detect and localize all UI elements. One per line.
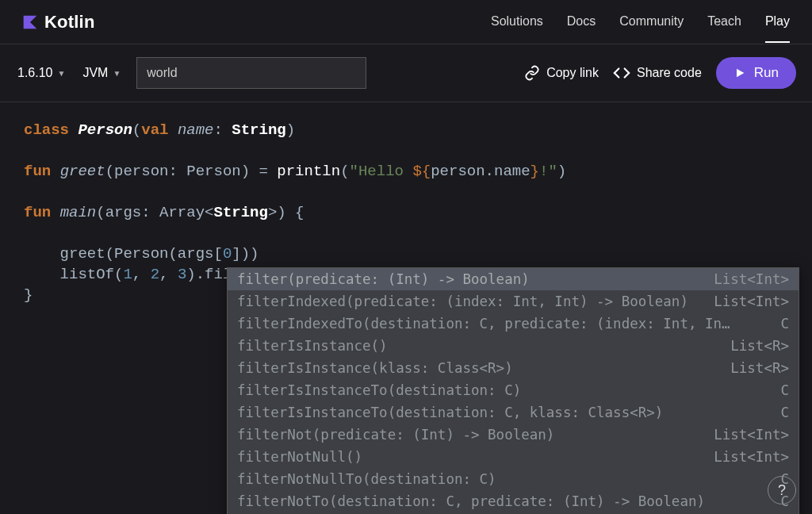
help-button[interactable]: ? <box>768 476 796 504</box>
autocomplete-signature: filterNot(predicate: (Int) -> Boolean) <box>237 424 707 445</box>
code-line <box>24 140 788 161</box>
autocomplete-return-type: C <box>780 380 789 401</box>
program-args-input[interactable] <box>136 57 366 89</box>
code-line: fun main(args: Array<String>) { <box>24 202 788 223</box>
link-icon <box>524 65 540 81</box>
code-editor[interactable]: class Person(val name: String) fun greet… <box>0 102 812 323</box>
autocomplete-signature: filterIsInstanceTo(destination: C, klass… <box>237 402 774 423</box>
copy-link-label: Copy link <box>546 66 599 80</box>
autocomplete-item[interactable]: filterNotTo(destination: C, predicate: (… <box>228 490 799 512</box>
autocomplete-signature: filterIndexedTo(destination: C, predicat… <box>237 313 774 334</box>
autocomplete-item[interactable]: filterIsInstance()List<R> <box>228 335 799 357</box>
chevron-down-icon: ▼ <box>113 69 121 78</box>
version-label: 1.6.10 <box>17 66 52 80</box>
question-icon: ? <box>778 482 786 499</box>
autocomplete-signature: filterIsInstanceTo(destination: C) <box>237 380 774 401</box>
share-code-button[interactable]: Share code <box>613 64 702 82</box>
brand-name: Kotlin <box>44 12 95 33</box>
autocomplete-signature: filterNotTo(destination: C, predicate: (… <box>237 491 774 512</box>
autocomplete-item[interactable]: filter(predicate: (Int) -> Boolean)List<… <box>228 268 799 290</box>
autocomplete-signature: filterIsInstance(klass: Class<R>) <box>237 358 724 378</box>
target-dropdown[interactable]: JVM ▼ <box>81 63 122 83</box>
run-button[interactable]: Run <box>716 57 796 89</box>
nav-item-play[interactable]: Play <box>765 2 790 43</box>
run-label: Run <box>754 65 779 81</box>
code-line: fun greet(person: Person) = println("Hel… <box>24 161 788 182</box>
nav-item-community[interactable]: Community <box>619 2 684 43</box>
top-header: Kotlin SolutionsDocsCommunityTeachPlay <box>0 0 812 44</box>
code-line: greet(Person(args[0])) <box>24 244 788 264</box>
code-line <box>24 223 788 244</box>
autocomplete-return-type: List<R> <box>730 358 789 378</box>
nav-item-teach[interactable]: Teach <box>707 2 741 43</box>
autocomplete-signature: filterIndexed(predicate: (index: Int, In… <box>237 291 707 312</box>
nav-item-docs[interactable]: Docs <box>567 2 596 43</box>
autocomplete-popup: filter(predicate: (Int) -> Boolean)List<… <box>227 267 799 514</box>
logo[interactable]: Kotlin <box>22 12 95 33</box>
autocomplete-return-type: List<Int> <box>714 447 789 467</box>
autocomplete-item[interactable]: filterIsInstance(klass: Class<R>)List<R> <box>228 357 799 379</box>
code-line <box>24 182 788 202</box>
chevron-down-icon: ▼ <box>57 69 65 78</box>
autocomplete-item[interactable]: filterIsInstanceTo(destination: C)C <box>228 379 799 401</box>
autocomplete-return-type: List<R> <box>730 336 789 356</box>
autocomplete-signature: filterNotNullTo(destination: C) <box>237 469 774 489</box>
main-nav: SolutionsDocsCommunityTeachPlay <box>491 2 790 43</box>
autocomplete-item[interactable]: filterNotNullTo(destination: C)C <box>228 468 799 490</box>
play-icon <box>733 67 746 79</box>
autocomplete-return-type: C <box>780 313 789 334</box>
version-dropdown[interactable]: 1.6.10 ▼ <box>16 63 67 83</box>
nav-item-solutions[interactable]: Solutions <box>491 2 543 43</box>
autocomplete-signature: filterNotNull() <box>237 447 707 467</box>
target-label: JVM <box>82 66 108 80</box>
autocomplete-signature: filterIsInstance() <box>237 336 724 356</box>
share-code-label: Share code <box>637 66 702 80</box>
playground-toolbar: 1.6.10 ▼ JVM ▼ Copy link Share code Run <box>0 44 812 102</box>
autocomplete-return-type: List<Int> <box>714 291 789 312</box>
autocomplete-item[interactable]: filterIndexedTo(destination: C, predicat… <box>228 313 799 335</box>
autocomplete-item[interactable]: filterIsInstanceTo(destination: C, klass… <box>228 401 799 424</box>
code-line: class Person(val name: String) <box>24 120 788 140</box>
autocomplete-item[interactable]: filterNot(predicate: (Int) -> Boolean)Li… <box>228 424 799 446</box>
code-icon <box>613 64 630 82</box>
autocomplete-return-type: List<Int> <box>714 424 789 445</box>
autocomplete-item[interactable]: filterNotNull()List<Int> <box>228 446 799 468</box>
kotlin-logo-icon <box>22 14 38 30</box>
autocomplete-return-type: C <box>780 402 789 423</box>
autocomplete-signature: filter(predicate: (Int) -> Boolean) <box>237 269 707 290</box>
autocomplete-item[interactable]: filterIndexed(predicate: (index: Int, In… <box>228 290 799 313</box>
copy-link-button[interactable]: Copy link <box>524 65 599 81</box>
autocomplete-return-type: List<Int> <box>714 269 789 290</box>
